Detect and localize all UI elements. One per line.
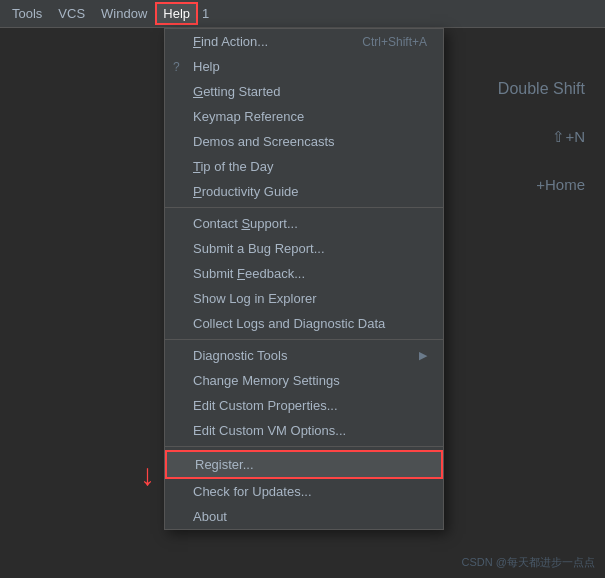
find-action-shortcut: Ctrl+Shift+A (362, 35, 427, 49)
red-arrow-indicator: ↓ (140, 460, 155, 490)
menu-register[interactable]: Register... (165, 450, 443, 479)
submenu-arrow-icon: ▶ (419, 349, 427, 362)
getting-started-label: Getting Started (193, 84, 280, 99)
separator-2 (165, 339, 443, 340)
demos-label: Demos and Screencasts (193, 134, 335, 149)
menubar-tools[interactable]: Tools (4, 2, 50, 25)
menu-about[interactable]: About (165, 504, 443, 529)
menu-help[interactable]: ? Help (165, 54, 443, 79)
collect-logs-label: Collect Logs and Diagnostic Data (193, 316, 385, 331)
help-dropdown: Find Action... Ctrl+Shift+A ? Help Getti… (164, 28, 444, 530)
show-log-label: Show Log in Explorer (193, 291, 317, 306)
menu-productivity[interactable]: Productivity Guide (165, 179, 443, 204)
separator-3 (165, 446, 443, 447)
tip-label: Tip of the Day (193, 159, 273, 174)
help-label: Help (193, 59, 220, 74)
menu-diagnostic-tools[interactable]: Diagnostic Tools ▶ (165, 343, 443, 368)
menubar-window[interactable]: Window (93, 2, 155, 25)
menu-submit-feedback[interactable]: Submit Feedback... (165, 261, 443, 286)
menubar-vcs[interactable]: VCS (50, 2, 93, 25)
edit-properties-label: Edit Custom Properties... (193, 398, 338, 413)
edit-vm-label: Edit Custom VM Options... (193, 423, 346, 438)
separator-1 (165, 207, 443, 208)
menubar-help[interactable]: Help (155, 2, 198, 25)
register-label: Register... (195, 457, 254, 472)
check-updates-label: Check for Updates... (193, 484, 312, 499)
find-action-label: Find Action... (193, 34, 268, 49)
help-bullet-icon: ? (173, 60, 180, 74)
menu-contact-support[interactable]: Contact Support... (165, 211, 443, 236)
menu-check-updates[interactable]: Check for Updates... (165, 479, 443, 504)
menu-keymap-reference[interactable]: Keymap Reference (165, 104, 443, 129)
change-memory-label: Change Memory Settings (193, 373, 340, 388)
watermark-text: CSDN @每天都进步一点点 (462, 555, 595, 570)
menubar: Tools VCS Window Help 1 (0, 0, 605, 28)
menu-edit-custom-properties[interactable]: Edit Custom Properties... (165, 393, 443, 418)
keymap-label: Keymap Reference (193, 109, 304, 124)
menu-submit-bug[interactable]: Submit a Bug Report... (165, 236, 443, 261)
menu-change-memory[interactable]: Change Memory Settings (165, 368, 443, 393)
menu-show-log[interactable]: Show Log in Explorer (165, 286, 443, 311)
menu-demos[interactable]: Demos and Screencasts (165, 129, 443, 154)
submit-bug-label: Submit a Bug Report... (193, 241, 325, 256)
hint-double-shift: Double Shift (498, 80, 585, 98)
notification-badge: 1 (202, 6, 209, 21)
submit-feedback-label: Submit Feedback... (193, 266, 305, 281)
hint-shift-n: ⇧+N (498, 128, 585, 146)
contact-support-label: Contact Support... (193, 216, 298, 231)
menu-tip[interactable]: Tip of the Day (165, 154, 443, 179)
menu-edit-vm-options[interactable]: Edit Custom VM Options... (165, 418, 443, 443)
hint-home: +Home (498, 176, 585, 193)
productivity-label: Productivity Guide (193, 184, 299, 199)
about-label: About (193, 509, 227, 524)
hint-area: Double Shift ⇧+N +Home (498, 80, 585, 193)
menu-getting-started[interactable]: Getting Started (165, 79, 443, 104)
menu-collect-logs[interactable]: Collect Logs and Diagnostic Data (165, 311, 443, 336)
menu-find-action[interactable]: Find Action... Ctrl+Shift+A (165, 29, 443, 54)
diagnostic-tools-label: Diagnostic Tools (193, 348, 287, 363)
